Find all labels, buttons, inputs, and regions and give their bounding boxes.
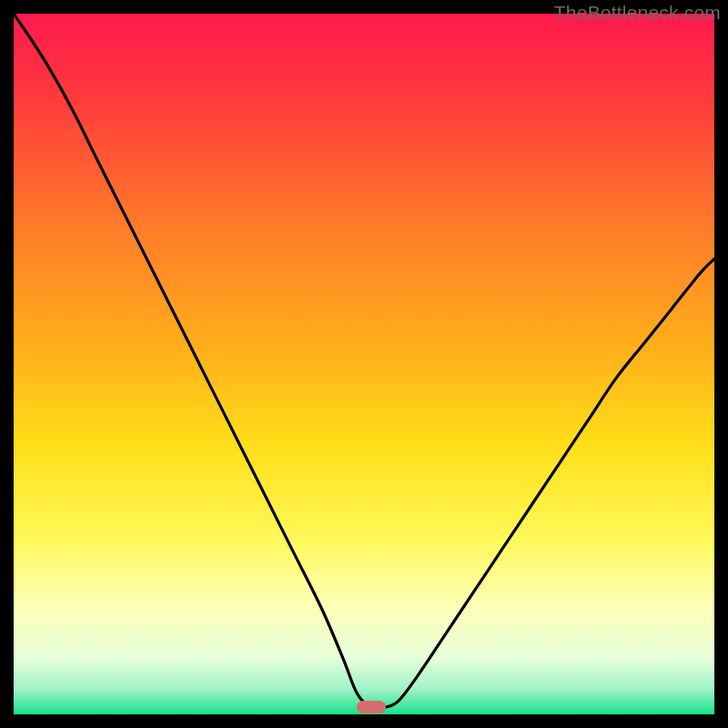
chart-frame: TheBottleneck.com: [0, 0, 728, 728]
plot-area: [14, 14, 714, 714]
watermark-text: TheBottleneck.com: [554, 2, 721, 24]
optimal-point-marker: [357, 701, 386, 713]
bottleneck-curve: [14, 14, 714, 714]
